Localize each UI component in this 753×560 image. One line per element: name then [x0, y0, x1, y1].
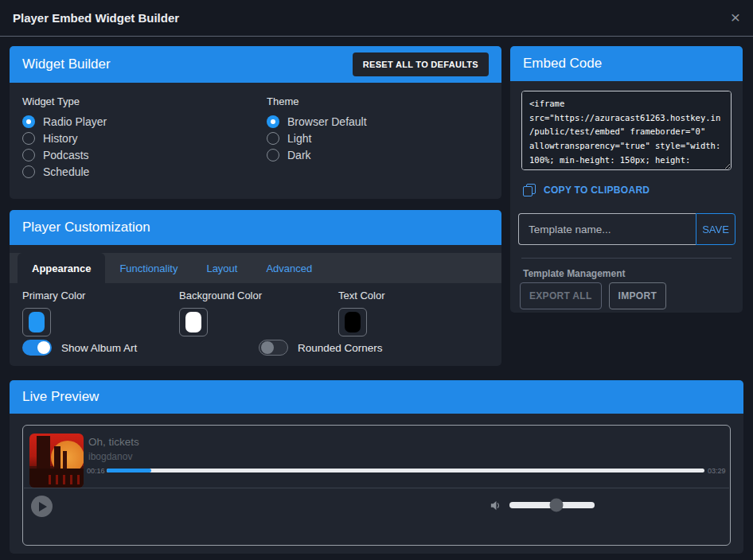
- background-color-picker[interactable]: [179, 308, 208, 336]
- volume-slider[interactable]: [509, 502, 595, 508]
- copy-button-label: COPY TO CLIPBOARD: [544, 185, 650, 196]
- radio-label: Browser Default: [287, 115, 367, 128]
- radio-unselected-icon: [267, 149, 279, 161]
- copy-icon: [523, 184, 536, 196]
- album-art: [29, 434, 84, 488]
- primary-color-swatch: [29, 312, 45, 332]
- duration: 03:29: [708, 467, 726, 475]
- toggle-label: Show Album Art: [61, 342, 137, 354]
- radio-radio-player[interactable]: Radio Player: [22, 113, 107, 130]
- progress-fill: [107, 469, 151, 472]
- volume-icon[interactable]: [490, 500, 501, 511]
- radio-label: Light: [287, 132, 311, 145]
- player-customization-card: Player Customization Appearance Function…: [10, 210, 501, 366]
- embed-code-textarea[interactable]: <iframe src="https://azuracast61263.host…: [521, 91, 732, 170]
- primary-color-picker[interactable]: [22, 308, 51, 336]
- track-title: Oh, tickets: [88, 436, 139, 448]
- radio-history[interactable]: History: [22, 130, 107, 146]
- player-customization-title: Player Customization: [22, 220, 150, 235]
- theme-group: Theme Browser Default Light Dark: [267, 95, 367, 163]
- radio-selected-icon: [22, 115, 35, 128]
- radio-browser-default[interactable]: Browser Default: [267, 113, 367, 130]
- radio-unselected-icon: [22, 165, 35, 178]
- player-customization-header: Player Customization: [10, 210, 501, 245]
- tab-layout[interactable]: Layout: [192, 253, 252, 283]
- radio-podcasts[interactable]: Podcasts: [22, 146, 107, 163]
- save-template-button[interactable]: SAVE: [696, 213, 735, 245]
- widget-builder-card: Widget Builder RESET ALL TO DEFAULTS Wid…: [10, 46, 501, 199]
- template-save-group: SAVE: [518, 213, 735, 245]
- toggle-off-icon: [259, 340, 288, 356]
- dialog-title: Player Embed Widget Builder: [13, 11, 179, 25]
- dialog-titlebar: Player Embed Widget Builder: [0, 0, 753, 37]
- radio-unselected-icon: [22, 132, 35, 145]
- embed-code-title: Embed Code: [523, 56, 602, 72]
- embed-code-header: Embed Code: [510, 46, 743, 81]
- tab-functionality[interactable]: Functionality: [105, 253, 192, 283]
- live-preview-title: Live Preview: [22, 389, 99, 405]
- album-art-windows: [49, 475, 80, 484]
- template-name-input[interactable]: [518, 213, 696, 245]
- radio-unselected-icon: [22, 149, 35, 161]
- copy-to-clipboard-button[interactable]: COPY TO CLIPBOARD: [523, 184, 650, 196]
- primary-color-field: Primary Color: [22, 290, 85, 336]
- primary-color-label: Primary Color: [22, 290, 85, 301]
- radio-schedule[interactable]: Schedule: [22, 163, 107, 180]
- text-color-picker[interactable]: [338, 308, 367, 336]
- background-color-label: Background Color: [179, 290, 262, 301]
- radio-label: Podcasts: [43, 149, 89, 161]
- embed-code-card: Embed Code <iframe src="https://azuracas…: [510, 46, 743, 313]
- export-all-button[interactable]: EXPORT ALL: [520, 282, 602, 309]
- template-management-label: Template Management: [523, 268, 625, 279]
- track-artist: ibogdanov: [88, 451, 132, 462]
- divider: [521, 258, 732, 259]
- reset-all-button[interactable]: RESET ALL TO DEFAULTS: [353, 52, 489, 76]
- show-album-art-toggle-row[interactable]: Show Album Art: [22, 340, 137, 356]
- play-button[interactable]: [31, 496, 53, 517]
- progress-bar[interactable]: [107, 469, 704, 472]
- text-color-swatch: [345, 312, 361, 332]
- toggle-label: Rounded Corners: [298, 342, 383, 354]
- current-time: 00:16: [87, 467, 105, 475]
- radio-label: Schedule: [43, 165, 89, 178]
- background-color-swatch: [185, 312, 201, 332]
- radio-label: Dark: [287, 149, 311, 161]
- radio-light[interactable]: Light: [267, 130, 367, 146]
- live-preview-header: Live Preview: [10, 380, 743, 414]
- tab-appearance[interactable]: Appearance: [18, 253, 105, 283]
- tab-advanced[interactable]: Advanced: [252, 253, 326, 283]
- widget-builder-header: Widget Builder RESET ALL TO DEFAULTS: [10, 46, 501, 83]
- radio-unselected-icon: [267, 132, 279, 145]
- radio-label: History: [43, 132, 78, 145]
- widget-type-group: Widget Type Radio Player History Podcast…: [22, 95, 107, 180]
- rounded-corners-toggle-row[interactable]: Rounded Corners: [259, 340, 383, 356]
- background-color-field: Background Color: [179, 290, 262, 336]
- live-preview-card: Live Preview Oh, tickets ibogdanov 00:16…: [10, 380, 743, 554]
- widget-type-label: Widget Type: [22, 95, 107, 107]
- theme-label: Theme: [267, 95, 367, 107]
- close-icon[interactable]: ×: [731, 9, 740, 25]
- preview-player-frame: Oh, tickets ibogdanov 00:16 03:29: [22, 425, 731, 546]
- customization-tabs: Appearance Functionality Layout Advanced: [10, 253, 501, 283]
- widget-builder-title: Widget Builder: [22, 56, 111, 72]
- template-management-buttons: EXPORT ALL IMPORT: [520, 282, 666, 309]
- text-color-label: Text Color: [338, 290, 385, 301]
- radio-selected-icon: [267, 115, 279, 128]
- text-color-field: Text Color: [338, 290, 385, 336]
- divider: [24, 488, 729, 488]
- volume-knob[interactable]: [549, 499, 563, 512]
- import-button[interactable]: IMPORT: [609, 282, 666, 309]
- toggle-on-icon: [22, 340, 52, 356]
- radio-dark[interactable]: Dark: [267, 146, 367, 163]
- radio-label: Radio Player: [43, 115, 107, 128]
